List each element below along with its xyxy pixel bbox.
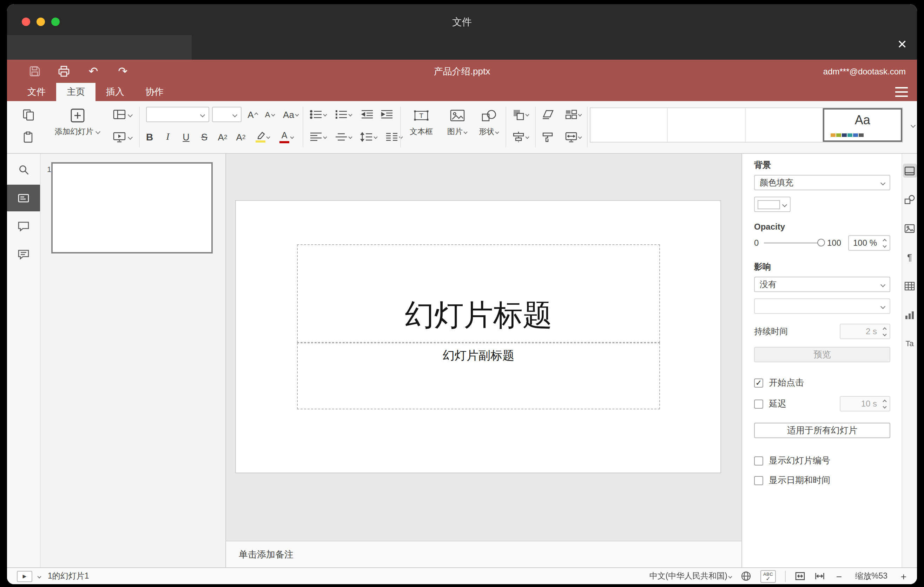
zoom-in-button[interactable]: + <box>899 571 909 582</box>
zoom-out-button[interactable]: − <box>834 571 844 582</box>
tab-collaboration[interactable]: 协作 <box>135 83 174 101</box>
italic-button[interactable]: I <box>159 128 177 146</box>
slide-title-placeholder[interactable]: 幻灯片标题 <box>297 244 660 343</box>
slide-settings-button[interactable] <box>903 163 917 178</box>
horizontal-align-button[interactable] <box>306 128 330 146</box>
insert-image-button[interactable]: 图片 <box>441 105 473 148</box>
vertical-align-button[interactable] <box>332 128 355 146</box>
tab-insert[interactable]: 插入 <box>96 83 135 101</box>
theme-option-selected[interactable]: Aa <box>823 108 903 142</box>
close-icon[interactable]: ✕ <box>897 38 908 52</box>
start-on-click-checkbox[interactable]: ✓ 开始点击 <box>754 377 890 389</box>
subscript-button[interactable]: A2 <box>232 128 250 146</box>
theme-option-3[interactable] <box>745 108 823 142</box>
slide-number-label: 1 <box>47 165 51 173</box>
increase-font-button[interactable]: A <box>244 106 261 124</box>
slide-subtitle-placeholder[interactable]: 幻灯片副标题 <box>297 343 660 409</box>
theme-option-2[interactable] <box>668 108 746 142</box>
spinner-arrows[interactable] <box>881 328 889 335</box>
bullets-button[interactable] <box>306 106 330 124</box>
align-shape-button[interactable] <box>508 128 532 146</box>
theme-option-1[interactable] <box>591 108 668 142</box>
chevron-down-icon[interactable] <box>37 574 41 578</box>
superscript-button[interactable]: A2 <box>213 128 232 146</box>
search-panel-button[interactable] <box>7 157 40 183</box>
underline-button[interactable]: U <box>177 128 195 146</box>
duration-row: 持续时间 2 s <box>754 324 890 339</box>
preview-slideshow-button[interactable] <box>109 128 135 146</box>
undo-icon[interactable]: ↶ <box>87 65 100 77</box>
add-slide-button[interactable]: 添加幻灯片 <box>48 105 107 148</box>
font-name-select[interactable] <box>146 107 209 122</box>
show-slide-number-checkbox[interactable]: 显示幻灯片编号 <box>754 455 890 467</box>
redo-icon[interactable]: ↷ <box>117 65 129 77</box>
fit-to-width-button[interactable] <box>815 572 825 581</box>
textart-settings-button[interactable]: Ta <box>903 336 917 350</box>
clear-style-button[interactable] <box>538 106 558 124</box>
strikethrough-button[interactable]: S <box>195 128 213 146</box>
effect-select[interactable]: 没有 <box>754 277 890 292</box>
tab-file[interactable]: 文件 <box>17 83 56 101</box>
slides-panel-button[interactable] <box>7 185 40 211</box>
background-fill-select[interactable]: 颜色填充 <box>754 175 890 190</box>
chat-panel-button[interactable] <box>7 241 40 267</box>
opacity-slider-thumb[interactable] <box>818 239 825 246</box>
apply-to-all-slides-button[interactable]: 适用于所有幻灯片 <box>754 423 890 438</box>
spinner-arrows[interactable] <box>881 239 889 247</box>
shape-settings-button[interactable] <box>903 192 917 206</box>
save-icon[interactable] <box>28 65 41 77</box>
effect-variant-select[interactable] <box>754 298 890 314</box>
toolbar-separator <box>139 107 140 147</box>
font-color-button[interactable]: A <box>275 128 298 146</box>
numbering-button[interactable] <box>332 106 355 124</box>
slide-1[interactable]: 幻灯片标题 幻灯片副标题 <box>236 201 720 473</box>
decrease-indent-button[interactable] <box>358 106 376 124</box>
chevron-down-icon <box>883 404 886 408</box>
theme-gallery-expand-button[interactable] <box>906 107 917 143</box>
print-icon[interactable] <box>58 65 70 77</box>
copy-button[interactable] <box>18 106 38 124</box>
copy-style-button[interactable] <box>538 128 558 146</box>
table-settings-button[interactable] <box>903 279 917 293</box>
menu-icon[interactable] <box>895 87 908 97</box>
background-color-picker[interactable] <box>754 196 790 212</box>
fit-to-slide-button[interactable] <box>795 572 805 581</box>
slide-layout-button[interactable] <box>109 106 135 124</box>
spinner-arrows[interactable] <box>881 400 889 407</box>
line-spacing-button[interactable] <box>357 128 381 146</box>
paragraph-settings-button[interactable]: ¶ <box>903 250 917 264</box>
tab-home[interactable]: 主页 <box>56 83 96 101</box>
chart-settings-button[interactable] <box>903 308 917 322</box>
start-slideshow-button[interactable]: ▶ <box>17 571 32 582</box>
window-title: 文件 <box>7 16 917 29</box>
slide-size-button[interactable] <box>560 128 586 146</box>
comments-panel-button[interactable] <box>7 213 40 239</box>
arrange-shape-button[interactable] <box>508 106 532 124</box>
color-scheme-button[interactable] <box>560 106 586 124</box>
image-settings-button[interactable] <box>903 221 917 235</box>
text-box-button[interactable]: T 文本框 <box>404 105 438 148</box>
language-selector[interactable]: 中文(中华人民共和国) <box>650 571 732 581</box>
theme-color-strip <box>831 134 864 137</box>
delay-spinner[interactable]: 10 s <box>840 396 890 411</box>
show-date-time-checkbox[interactable]: 显示日期和时间 <box>754 475 890 486</box>
columns-button[interactable] <box>382 128 406 146</box>
increase-indent-button[interactable] <box>378 106 396 124</box>
change-case-button[interactable]: Aa <box>279 106 302 124</box>
paste-button[interactable] <box>18 128 38 146</box>
font-size-select[interactable] <box>212 107 241 122</box>
delay-checkbox[interactable]: 延迟 <box>754 398 786 410</box>
duration-spinner[interactable]: 2 s <box>840 324 890 339</box>
opacity-slider[interactable] <box>764 242 822 244</box>
chevron-down-icon <box>348 112 352 116</box>
insert-shape-button[interactable]: 形状 <box>473 105 504 148</box>
document-language-button[interactable] <box>741 571 751 581</box>
spellcheck-button[interactable]: ABC ✓ <box>761 570 776 582</box>
bold-button[interactable]: B <box>140 128 159 146</box>
slide-thumbnail-1[interactable] <box>51 162 213 254</box>
highlight-color-button[interactable] <box>251 128 274 146</box>
opacity-spinner[interactable]: 100 % <box>848 235 890 251</box>
notes-area[interactable]: 单击添加备注 <box>226 541 741 567</box>
decrease-font-button[interactable]: A <box>261 106 278 124</box>
preview-button[interactable]: 预览 <box>754 347 890 362</box>
